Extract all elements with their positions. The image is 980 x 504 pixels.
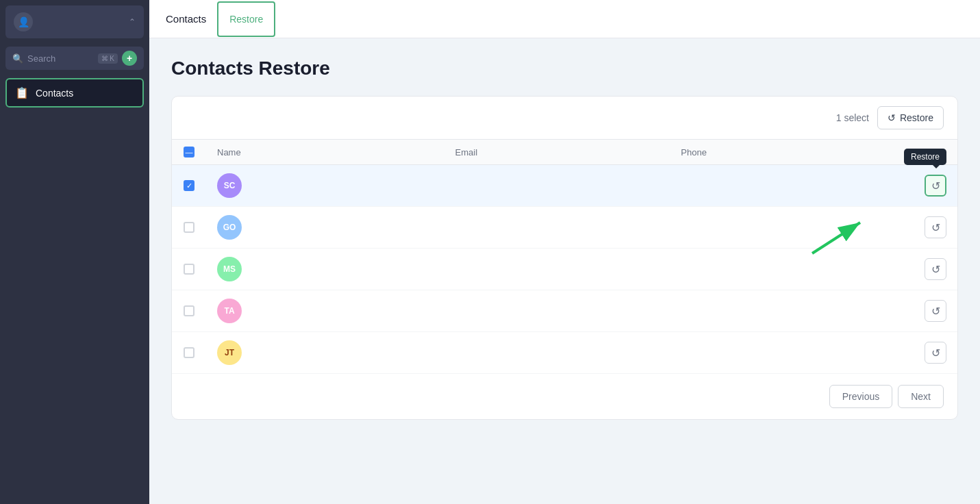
row-email-cell [444,249,670,290]
table-row: TA ↺ [172,290,957,332]
row-email-cell [444,165,670,207]
row-restore-button[interactable]: ↺ [925,175,946,197]
row-checkbox-cell [172,290,206,332]
bulk-restore-button[interactable]: ↺ Restore [877,106,944,129]
restore-tab[interactable]: Restore [217,1,275,37]
row-restore-button[interactable]: ↺ [925,342,946,364]
contacts-table: Name Email Phone [172,139,957,373]
sidebar: 👤 ⌃ 🔍 Search ⌘ K + 📋 Contacts [0,0,149,504]
row-restore-button[interactable]: ↺ [925,258,946,280]
sidebar-item-label: Contacts [36,88,73,99]
row-checkbox-cell [172,207,206,249]
main-content: Contacts Restore Contacts Restore 1 sele… [149,0,980,504]
row-checkbox-cell [172,332,206,374]
search-label: Search [27,53,55,64]
row-name-cell: GO [206,207,444,249]
table-row: MS ↺ [172,249,957,290]
table-body: SC Restore ↺ [172,165,957,374]
avatar: GO [217,215,242,240]
row-email-cell [444,290,670,332]
select-all-checkbox[interactable] [184,147,194,158]
row-restore-button[interactable]: ↺ [925,216,946,238]
row-restore-button[interactable]: ↺ [925,300,946,322]
avatar: TA [217,299,242,323]
account-switcher[interactable]: 👤 ⌃ [5,5,144,38]
table-row: GO ↺ [172,207,957,249]
account-icon: 👤 [14,12,33,32]
col-name: Name [206,140,444,165]
search-icon: 🔍 [12,53,23,64]
sidebar-item-contacts[interactable]: 📋 Contacts [5,78,144,108]
header-checkbox-cell [172,140,206,165]
col-phone: Phone [670,140,914,165]
row-action-cell: ↺ [914,249,957,290]
table-row: SC Restore ↺ [172,165,957,207]
row-checkbox[interactable] [184,305,194,316]
row-action-cell: ↺ [914,290,957,332]
table-header: Name Email Phone [172,140,957,165]
new-item-button[interactable]: + [122,51,137,66]
avatar: SC [217,173,242,198]
table-toolbar: 1 select ↺ Restore [172,97,957,139]
table-card: 1 select ↺ Restore Name [171,96,958,420]
previous-button[interactable]: Previous [829,385,892,408]
page-content: Contacts Restore 1 select ↺ Restore [149,38,980,504]
row-action-cell: ↺ [914,207,957,249]
page-title: Contacts Restore [171,58,958,79]
next-button[interactable]: Next [898,385,944,408]
contacts-icon: 📋 [15,86,29,99]
row-checkbox[interactable] [184,264,194,275]
row-checkbox[interactable] [184,180,194,191]
row-email-cell [444,207,670,249]
chevron-icon: ⌃ [129,17,136,27]
sidebar-nav: 📋 Contacts [0,75,149,110]
header-title: Contacts [166,13,206,25]
pagination: Previous Next [172,373,957,419]
row-phone-cell [670,290,914,332]
select-count: 1 select [836,112,869,123]
avatar: MS [217,257,242,281]
header: Contacts Restore [149,0,980,38]
row-action-cell: Restore ↺ [914,165,957,207]
search-bar[interactable]: 🔍 Search ⌘ K + [5,47,144,70]
row-phone-cell [670,332,914,374]
restore-bulk-icon: ↺ [888,112,896,123]
row-name-cell: SC [206,165,444,207]
row-email-cell [444,332,670,374]
col-email: Email [444,140,670,165]
row-name-cell: TA [206,290,444,332]
row-phone-cell [670,207,914,249]
table-row: JT ↺ [172,332,957,374]
restore-bulk-label: Restore [900,112,933,123]
row-name-cell: MS [206,249,444,290]
row-name-cell: JT [206,332,444,374]
row-phone-cell [670,249,914,290]
row-action-cell: ↺ [914,332,957,374]
search-shortcut-badge: ⌘ K [98,53,118,64]
restore-tooltip: Restore [904,149,946,165]
row-checkbox[interactable] [184,347,194,358]
row-checkbox[interactable] [184,222,194,233]
row-checkbox-cell [172,165,206,207]
row-checkbox-cell [172,249,206,290]
avatar: JT [217,340,242,365]
row-phone-cell [670,165,914,207]
